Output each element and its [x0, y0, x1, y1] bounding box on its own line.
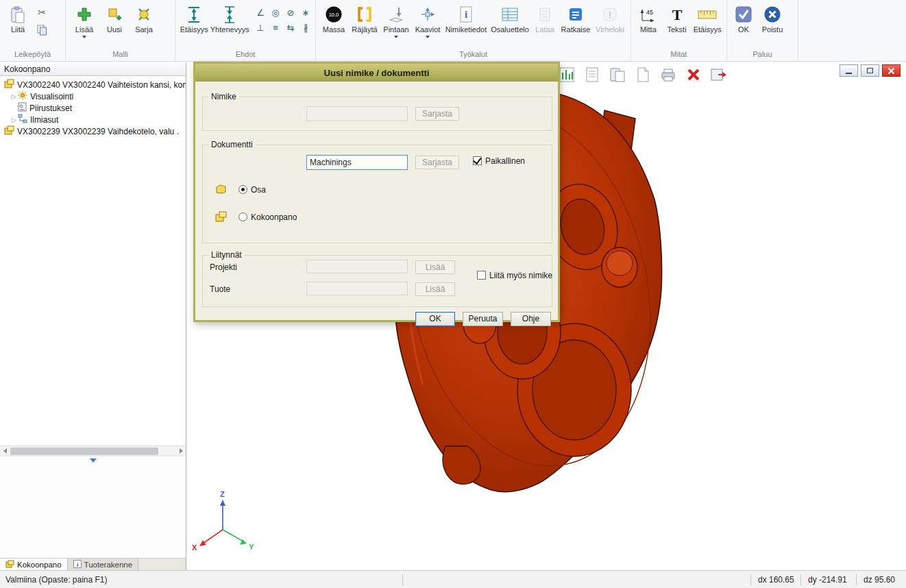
tree-item-visualization[interactable]: ▷ Visualisointi [0, 90, 186, 102]
tree-item-label: Visualisointi [30, 92, 73, 101]
tree-item-representations[interactable]: ▷ Ilmiasut [0, 114, 186, 125]
copy-button[interactable] [34, 23, 49, 38]
add-dropdown-arrow[interactable] [82, 36, 86, 38]
exit-button[interactable]: Poistu [757, 2, 787, 34]
distance-measure-button[interactable]: Etäisyys [691, 2, 724, 34]
add-button[interactable]: Lisää [69, 2, 100, 38]
symmetry-constraint-button[interactable]: ∗ [299, 6, 313, 19]
paste-button[interactable]: Liitä [3, 2, 33, 34]
solve-button[interactable]: Ratkaise [559, 2, 593, 34]
document-name-input[interactable] [306, 155, 408, 170]
ribbon-group-return: OK Poistu Paluu [727, 0, 798, 61]
group-label-return: Paluu [727, 50, 798, 61]
mass-label: Massa [323, 25, 345, 34]
panel-tab-strip: Kokoonpano i Tuoterakenne [0, 558, 186, 570]
series-button[interactable]: Sarja [129, 2, 159, 34]
ok-ribbon-button[interactable]: OK [730, 2, 757, 34]
copy-icon [36, 24, 48, 38]
dialog-help-button[interactable]: Ohje [511, 312, 551, 326]
link-item-checkbox[interactable] [477, 271, 486, 280]
close-button[interactable] [882, 64, 901, 77]
dialog-cancel-button[interactable]: Peruuta [463, 312, 503, 326]
y-axis-label: Y [249, 543, 254, 551]
tree-item-drawings[interactable]: Piirustukset [0, 102, 186, 114]
status-dx: dx 160.65 [751, 575, 800, 585]
schematics-button[interactable]: Kaaviot [412, 2, 443, 38]
paste-page-icon[interactable] [607, 65, 628, 84]
status-separator [402, 574, 403, 585]
measure-button[interactable]: 45 Mitta [634, 2, 663, 34]
tree-item-assembly-root[interactable]: VX3002240 VX3002240 Vaihteiston kansi, k… [0, 79, 186, 90]
assembly-type-icon [215, 211, 227, 224]
coincidence-constraint-button[interactable]: Yhtenevyys [210, 2, 249, 34]
sheet-icon[interactable] [582, 65, 602, 84]
assembly-tree: VX3002240 VX3002240 Vaihteiston kansi, k… [0, 76, 186, 137]
parallel-constraint-button[interactable]: ≡ [269, 21, 282, 34]
print-icon[interactable] [658, 65, 678, 84]
part-radio[interactable] [238, 185, 247, 194]
document-from-series-button: Sarjasta [415, 156, 459, 169]
concentric-constraint-icon: ◎ [271, 8, 279, 18]
dialog-titlebar[interactable]: Uusi nimike / dokumentti [195, 64, 558, 82]
visualization-icon [18, 90, 27, 102]
parts-list-button[interactable]: Osaluettelo [489, 2, 531, 34]
scroll-left-arrow[interactable] [0, 446, 10, 456]
unparallel-constraint-button[interactable]: ∦ [299, 21, 313, 34]
tree-item-part[interactable]: VX3002239 VX3002239 Vaihdekotelo, valu . [0, 125, 186, 137]
tab-label: Kokoonpano [17, 561, 62, 569]
ribbon: Liitä ✂ Leikepöytä Lisää [0, 0, 906, 62]
assembly-radio[interactable] [238, 212, 247, 221]
distance-constraint-button[interactable]: Etäisyys [178, 2, 210, 34]
add-label: Lisää [75, 25, 93, 34]
tab-label: Tuoterakenne [84, 561, 133, 569]
cut-button[interactable]: ✂ [34, 5, 49, 20]
parts-list-icon [501, 3, 519, 25]
delete-icon[interactable] [683, 65, 704, 84]
schematics-icon [419, 3, 437, 25]
constraint-mini-grid: ∠ ◎ ⊘ ∗ ⊥ ≡ ⇆ ∦ [254, 6, 313, 34]
ribbon-group-dimensions: 45 Mitta T Teksti Etäisyys Mitat [631, 0, 727, 61]
tangent-constraint-button[interactable]: ⊘ [284, 6, 297, 19]
group-label-tools: Työkalut [316, 50, 630, 61]
tree-horizontal-scrollbar[interactable] [0, 445, 186, 456]
tangent-constraint-icon: ⊘ [287, 8, 295, 18]
exit-label: Poistu [762, 25, 783, 34]
minimize-button[interactable] [840, 64, 858, 77]
project-input [306, 260, 408, 273]
product-label: Tuote [210, 284, 230, 294]
export-icon[interactable] [709, 65, 729, 84]
local-checkbox[interactable] [473, 156, 482, 165]
expander-icon[interactable]: ▷ [10, 93, 18, 100]
to-surface-button[interactable]: Pintaan [380, 2, 412, 38]
item-info-button[interactable]: i Nimiketiedot [443, 2, 489, 34]
to-surface-icon [388, 3, 404, 25]
scrollbar-thumb[interactable] [10, 448, 158, 455]
tab-tuoterakenne[interactable]: i Tuoterakenne [68, 559, 139, 570]
tab-kokoonpano[interactable]: Kokoonpano [0, 559, 68, 570]
scroll-right-arrow[interactable] [176, 446, 186, 456]
text-button[interactable]: T Teksti [663, 2, 691, 34]
perpendicular-constraint-button[interactable]: ⊥ [254, 21, 267, 34]
tree-item-label: Piirustukset [29, 103, 72, 113]
dialog-ok-button[interactable]: OK [415, 312, 455, 326]
minimize-icon [846, 73, 852, 74]
ribbon-group-clipboard: Liitä ✂ Leikepöytä [0, 0, 66, 61]
to-surface-dropdown-arrow[interactable] [394, 36, 398, 38]
pane-splitter[interactable] [85, 458, 101, 463]
tab-assembly-icon [5, 560, 14, 569]
new-button[interactable]: Uusi [100, 2, 129, 34]
load-button: Lataa [531, 2, 559, 34]
page-curl-icon[interactable] [633, 65, 653, 84]
item-from-series-button: Sarjasta [415, 107, 459, 121]
representations-icon [18, 114, 27, 125]
concentric-constraint-button[interactable]: ◎ [269, 6, 282, 19]
mass-button[interactable]: 10.0 Massa [319, 2, 349, 34]
tree-item-label: Ilmiasut [30, 115, 58, 125]
expander-icon[interactable]: ▷ [10, 117, 18, 123]
maximize-button[interactable] [861, 64, 879, 77]
explode-button[interactable]: Räjäytä [349, 2, 380, 34]
document-group-label: Dokumentti [208, 140, 256, 149]
swap-constraint-button[interactable]: ⇆ [284, 21, 297, 34]
angle-constraint-button[interactable]: ∠ [254, 6, 267, 19]
schematics-dropdown-arrow[interactable] [426, 36, 430, 38]
